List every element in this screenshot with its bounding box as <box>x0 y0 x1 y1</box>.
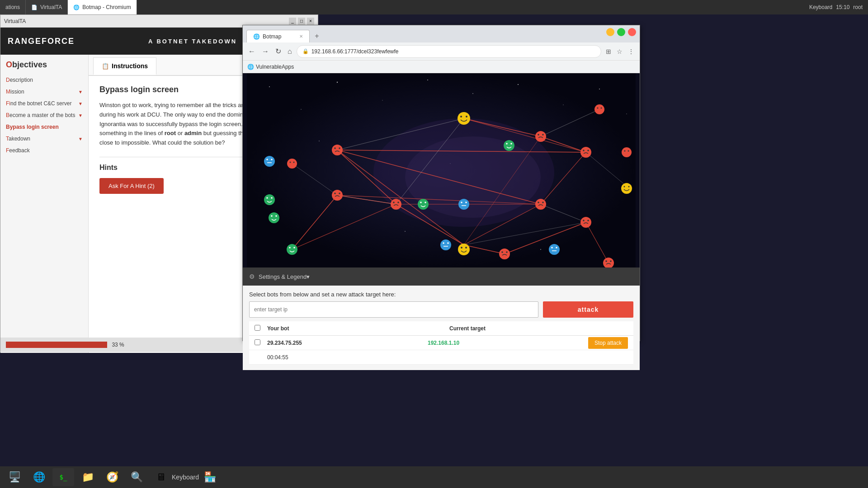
toolbar-actions: ⊞ ☆ ⋮ <box>604 47 636 56</box>
taskbar-display[interactable]: 🖥 <box>150 468 172 486</box>
chrome-titlebar: 🌐 Botmap ✕ + <box>243 25 640 42</box>
chrome-win-controls <box>606 28 636 36</box>
taskbar-tab-virtualта[interactable]: 📄 VirtualTA <box>26 0 68 14</box>
filter-button[interactable]: ⊞ <box>604 47 613 56</box>
tab-label: VirtualTA <box>40 4 62 10</box>
sidebar-item-feedback[interactable]: Feedback <box>0 145 88 156</box>
chrome-close-button[interactable] <box>628 28 636 36</box>
window-controls: _ □ × <box>289 18 314 25</box>
bookmark-icon: 🌐 <box>247 64 254 70</box>
taskbar-compass[interactable]: 🧭 <box>101 468 123 486</box>
svg-point-102 <box>269 212 279 223</box>
svg-point-50 <box>628 186 630 188</box>
table-row[interactable]: 29.234.75.255 192.168.1.10 Stop attack <box>249 336 633 350</box>
taskbar-tab-botmap[interactable]: 🌐 Botmap - Chromium <box>68 0 137 14</box>
svg-point-89 <box>601 108 602 109</box>
svg-point-15 <box>540 249 541 250</box>
taskbar-keyboard[interactable]: Keyboard <box>175 468 196 486</box>
document-icon: 📋 <box>102 63 109 70</box>
svg-point-84 <box>622 147 632 157</box>
svg-point-53 <box>465 247 467 249</box>
sidebar-item-mission[interactable]: Mission ▼ <box>0 86 88 98</box>
svg-point-3 <box>337 82 338 83</box>
taskbar-app-store[interactable]: 🏪 <box>199 468 221 486</box>
svg-point-97 <box>266 197 268 199</box>
attack-panel: Select bots from below and set a new att… <box>243 286 640 370</box>
star-button[interactable]: ☆ <box>615 47 624 56</box>
document-icon: 📄 <box>31 5 38 10</box>
chrome-window: 🌐 Botmap ✕ + ← → ↻ ⌂ 🔒 192.168.6.66:1777… <box>242 25 640 341</box>
chevron-icon: ▼ <box>78 136 83 141</box>
taskbar-chromium[interactable]: 🌐 <box>28 468 50 486</box>
sidebar-item-masterbots[interactable]: Become a master of the bots ▼ <box>0 109 88 121</box>
svg-point-59 <box>542 134 544 136</box>
url-text: 192.168.6.66:1777/dcel323fewfewfe <box>311 48 399 55</box>
chrome-new-tab-button[interactable]: + <box>311 30 323 42</box>
chrome-tab-close[interactable]: ✕ <box>299 34 303 39</box>
col-header-bot: Your bot <box>267 325 446 332</box>
target-ip: 192.168.1.10 <box>428 340 585 346</box>
sidebar-heading: Objectives <box>0 60 88 74</box>
home-button[interactable]: ⌂ <box>286 46 294 57</box>
svg-point-118 <box>551 247 553 249</box>
menu-button[interactable]: ⋮ <box>626 47 636 56</box>
svg-point-60 <box>580 147 591 158</box>
attack-row: attack <box>249 301 633 318</box>
settings-bar[interactable]: ⚙ Settings & Legend▾ <box>243 267 640 286</box>
taskbar-tab-actions[interactable]: ations <box>0 0 26 14</box>
svg-point-111 <box>465 202 467 203</box>
taskbar-finder[interactable]: 🖥️ <box>4 468 25 486</box>
bot-table-header: Your bot Current target <box>249 321 633 336</box>
svg-point-94 <box>289 247 291 249</box>
svg-point-77 <box>506 251 508 253</box>
hint-button[interactable]: Ask For A Hint (2) <box>99 178 164 194</box>
maximize-button[interactable]: □ <box>298 18 305 25</box>
close-button[interactable]: × <box>307 18 314 25</box>
chrome-maximize-button[interactable] <box>617 28 625 36</box>
attack-button[interactable]: attack <box>543 301 633 318</box>
taskbar-search[interactable]: 🔍 <box>126 468 147 486</box>
sidebar: Objectives Description Mission ▼ Find th… <box>0 55 89 353</box>
time-display: 15:10 <box>836 4 849 10</box>
taskbar-right: Keyboard 15:10 root <box>809 4 868 10</box>
svg-point-62 <box>587 150 589 151</box>
botmap-favicon: 🌐 <box>253 33 260 40</box>
taskbar-terminal[interactable]: $_ <box>52 468 74 486</box>
chevron-icon: ▼ <box>78 113 83 118</box>
svg-point-55 <box>334 147 336 149</box>
reload-button[interactable]: ↻ <box>274 45 283 57</box>
window-title: VirtualTA <box>4 18 26 24</box>
sidebar-item-takedown[interactable]: Takedown ▼ <box>0 133 88 145</box>
svg-point-56 <box>339 147 340 149</box>
bookmark-vulnerableapps[interactable]: 🌐 VulnerableApps <box>247 64 294 70</box>
chrome-minimize-button[interactable] <box>606 28 614 36</box>
back-button[interactable]: ← <box>246 46 257 57</box>
svg-point-68 <box>542 202 544 203</box>
minimize-button[interactable]: _ <box>289 18 296 25</box>
select-all-checkbox[interactable] <box>255 325 260 331</box>
svg-point-52 <box>461 247 462 249</box>
tab-instructions[interactable]: 📋 Instructions <box>93 57 156 75</box>
svg-point-79 <box>334 192 336 194</box>
svg-point-105 <box>264 156 275 167</box>
target-input[interactable] <box>249 301 538 318</box>
sidebar-item-bypass[interactable]: Bypass login screen <box>0 121 88 133</box>
settings-label[interactable]: Settings & Legend▾ <box>259 273 310 280</box>
svg-point-93 <box>287 244 297 255</box>
chrome-tab-botmap[interactable]: 🌐 Botmap ✕ <box>246 30 310 42</box>
sidebar-item-cnc[interactable]: Find the botnet C&C server ▼ <box>0 98 88 109</box>
svg-point-54 <box>332 145 343 155</box>
svg-point-64 <box>393 202 395 203</box>
row-checkbox[interactable] <box>255 339 260 345</box>
botmap-svg <box>243 73 640 267</box>
svg-point-63 <box>391 199 401 210</box>
forward-button[interactable]: → <box>260 46 271 57</box>
taskbar-files[interactable]: 📁 <box>77 468 99 486</box>
sidebar-item-description[interactable]: Description <box>0 74 88 86</box>
svg-point-117 <box>549 244 560 255</box>
stop-attack-button[interactable]: Stop attack <box>588 337 628 349</box>
address-bar[interactable]: 🔒 192.168.6.66:1777/dcel323fewfewfe <box>297 45 601 58</box>
svg-point-11 <box>319 141 320 141</box>
bot-ip: 29.234.75.255 <box>267 340 424 346</box>
svg-point-100 <box>420 202 422 203</box>
